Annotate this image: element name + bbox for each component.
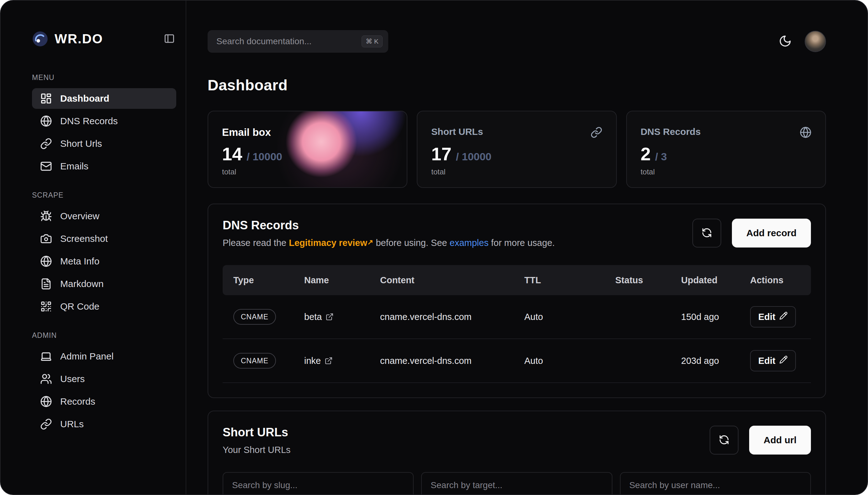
users-icon xyxy=(40,373,52,385)
edit-label: Edit xyxy=(758,356,776,366)
record-updated: 150d ago xyxy=(681,312,750,322)
record-name: beta xyxy=(304,312,322,322)
globe-icon xyxy=(40,396,52,408)
camera-icon xyxy=(40,233,52,245)
table-row: CNAME inke cname.vercel-dns.com Auto 203… xyxy=(223,339,811,383)
stat-card-title: Email box xyxy=(222,126,271,138)
nav-label: Meta Info xyxy=(60,256,99,267)
edit-label: Edit xyxy=(758,312,776,322)
panel-title: Short URLs xyxy=(223,426,291,439)
sidebar-item-urls[interactable]: URLs xyxy=(32,414,176,434)
command-k-badge: ⌘ K xyxy=(362,35,383,47)
sidebar-item-dashboard[interactable]: Dashboard xyxy=(32,88,176,109)
nav-label: Screenshot xyxy=(60,233,108,244)
sidebar-section-scrape: SCRAPE xyxy=(32,191,176,200)
panel-left-icon xyxy=(164,33,175,45)
sidebar-item-qr-code[interactable]: QR Code xyxy=(32,296,176,317)
qr-code-icon xyxy=(40,301,52,312)
nav-label: Dashboard xyxy=(60,93,109,104)
examples-link[interactable]: examples xyxy=(450,238,489,248)
short-urls-filters xyxy=(223,472,811,495)
globe-icon xyxy=(40,255,52,267)
link-icon xyxy=(40,138,52,150)
main-content: ⌘ K Dashboard Email box 14 / 10000 tota xyxy=(186,1,867,494)
column-header: Name xyxy=(304,275,380,286)
edit-button[interactable]: Edit xyxy=(750,306,796,327)
dashboard-icon xyxy=(40,92,52,104)
sidebar-item-admin-panel[interactable]: Admin Panel xyxy=(32,346,176,367)
file-text-icon xyxy=(40,278,52,290)
search-by-slug-input[interactable] xyxy=(223,472,414,495)
sidebar-item-records[interactable]: Records xyxy=(32,391,176,412)
record-updated: 203d ago xyxy=(681,356,750,366)
stat-caption: total xyxy=(641,168,812,176)
search-by-user-name-input[interactable] xyxy=(620,472,811,495)
topbar-actions xyxy=(778,31,826,52)
logo-icon xyxy=(32,31,48,47)
subtitle-text: for more usage. xyxy=(489,238,555,248)
nav-label: Markdown xyxy=(60,278,103,289)
stat-card-title: DNS Records xyxy=(641,126,701,137)
stat-card-email-box: Email box 14 / 10000 total xyxy=(208,111,407,188)
app-title: WR.DO xyxy=(55,31,103,47)
column-header: Type xyxy=(233,275,304,286)
sidebar-item-meta-info[interactable]: Meta Info xyxy=(32,251,176,272)
column-header: Actions xyxy=(750,275,800,286)
refresh-icon xyxy=(719,434,729,446)
record-content: cname.vercel-dns.com xyxy=(380,312,524,322)
sidebar-item-dns-records[interactable]: DNS Records xyxy=(32,111,176,132)
sidebar-item-markdown[interactable]: Markdown xyxy=(32,274,176,294)
record-name: inke xyxy=(304,356,321,366)
sidebar-item-short-urls[interactable]: Short Urls xyxy=(32,133,176,154)
panel-title: DNS Records xyxy=(223,219,555,232)
bug-icon xyxy=(40,210,52,222)
panel-subtitle: Please read the Legitimacy review↗ befor… xyxy=(223,238,555,248)
stat-card-short-urls: Short URLs 17 / 10000 total xyxy=(417,111,617,188)
column-header: Status xyxy=(615,275,681,286)
sidebar-section-admin: ADMIN xyxy=(32,331,176,340)
stat-limit: / 3 xyxy=(655,151,667,163)
logo-row: WR.DO xyxy=(32,31,176,47)
sidebar-collapse-button[interactable] xyxy=(162,32,176,46)
nav-label: URLs xyxy=(60,419,84,429)
link-icon xyxy=(40,418,52,430)
theme-toggle-button[interactable] xyxy=(778,34,793,49)
sidebar-item-screenshot[interactable]: Screenshot xyxy=(32,228,176,249)
avatar[interactable] xyxy=(805,31,826,52)
dns-records-panel: DNS Records Please read the Legitimacy r… xyxy=(208,204,826,398)
sidebar-item-users[interactable]: Users xyxy=(32,369,176,389)
refresh-icon xyxy=(701,227,712,239)
sidebar-item-emails[interactable]: Emails xyxy=(32,156,176,176)
sidebar-item-overview[interactable]: Overview xyxy=(32,206,176,226)
search-by-target-input[interactable] xyxy=(421,472,612,495)
nav-label: Overview xyxy=(60,211,99,221)
nav-label: DNS Records xyxy=(60,116,118,126)
record-ttl: Auto xyxy=(524,356,615,366)
legitimacy-review-link[interactable]: Legitimacy review↗ xyxy=(289,238,373,248)
external-link-icon[interactable] xyxy=(326,313,334,321)
page-title: Dashboard xyxy=(208,76,826,94)
search-input[interactable] xyxy=(208,30,388,53)
link-text: Legitimacy review xyxy=(289,238,367,248)
short-urls-panel: Short URLs Your Short URLs Add url xyxy=(208,411,826,495)
nav-label: Short Urls xyxy=(60,138,102,149)
sidebar-section-menu: MENU xyxy=(32,73,176,82)
nav-scrape: Overview Screenshot Meta Info Markdown Q… xyxy=(32,206,176,317)
edit-button[interactable]: Edit xyxy=(750,350,796,371)
nav-label: QR Code xyxy=(60,301,99,312)
subtitle-text: before using. See xyxy=(373,238,449,248)
topbar: ⌘ K xyxy=(208,30,826,53)
refresh-button[interactable] xyxy=(692,219,721,248)
stat-value: 2 xyxy=(641,143,651,164)
pencil-icon xyxy=(779,311,788,322)
external-link-icon[interactable] xyxy=(325,357,333,365)
stat-limit: / 10000 xyxy=(456,151,491,163)
add-url-button[interactable]: Add url xyxy=(749,426,811,455)
arrow-up-right-icon: ↗ xyxy=(367,238,373,246)
refresh-button[interactable] xyxy=(710,426,739,455)
stat-card-dns-records: DNS Records 2 / 3 total xyxy=(626,111,826,188)
column-header: Updated xyxy=(681,275,750,286)
dns-records-table: Type Name Content TTL Status Updated Act… xyxy=(223,265,811,383)
add-record-button[interactable]: Add record xyxy=(732,219,811,248)
nav-menu: Dashboard DNS Records Short Urls Emails xyxy=(32,88,176,176)
